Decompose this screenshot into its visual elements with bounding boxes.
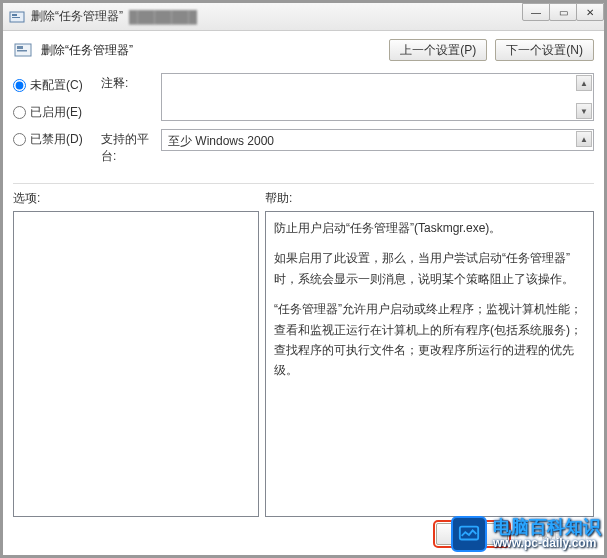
radio-disabled-label: 已禁用(D) bbox=[30, 131, 83, 148]
titlebar: 删除“任务管理器” ████████ — ▭ ✕ bbox=[3, 3, 604, 31]
pane-labels: 选项: 帮助: bbox=[13, 190, 594, 207]
platform-row: 支持的平台: 至少 Windows 2000 ▲ bbox=[101, 129, 594, 165]
platform-field: 至少 Windows 2000 ▲ bbox=[161, 129, 594, 151]
help-pane[interactable]: 防止用户启动“任务管理器”(Taskmgr.exe)。 如果启用了此设置，那么，… bbox=[265, 211, 594, 517]
comment-textarea[interactable]: ▲ ▼ bbox=[161, 73, 594, 121]
policy-icon bbox=[13, 40, 33, 60]
watermark-logo-icon bbox=[451, 516, 487, 552]
radio-disabled-input[interactable] bbox=[13, 133, 26, 146]
help-label: 帮助: bbox=[265, 190, 292, 207]
scroll-down-icon[interactable]: ▼ bbox=[576, 103, 592, 119]
radio-enabled[interactable]: 已启用(E) bbox=[13, 104, 93, 121]
radio-enabled-input[interactable] bbox=[13, 106, 26, 119]
window-controls: — ▭ ✕ bbox=[523, 3, 604, 23]
app-icon bbox=[9, 9, 25, 25]
options-pane[interactable] bbox=[13, 211, 259, 517]
divider bbox=[13, 183, 594, 184]
comment-label: 注释: bbox=[101, 73, 161, 92]
watermark-title: 电脑百科知识 bbox=[493, 518, 601, 538]
minimize-button[interactable]: — bbox=[522, 3, 550, 21]
window-title-extra: ████████ bbox=[129, 10, 197, 24]
svg-rect-1 bbox=[12, 14, 17, 16]
svg-rect-2 bbox=[12, 17, 20, 18]
platform-value: 至少 Windows 2000 bbox=[168, 134, 274, 148]
fields-column: 注释: ▲ ▼ 支持的平台: 至少 Windows 2000 ▲ bbox=[101, 73, 594, 173]
next-setting-button[interactable]: 下一个设置(N) bbox=[495, 39, 594, 61]
prev-setting-button[interactable]: 上一个设置(P) bbox=[389, 39, 487, 61]
maximize-button[interactable]: ▭ bbox=[549, 3, 577, 21]
svg-rect-4 bbox=[17, 46, 23, 49]
radio-disabled[interactable]: 已禁用(D) bbox=[13, 131, 93, 148]
svg-rect-5 bbox=[17, 50, 27, 52]
policy-title: 删除“任务管理器” bbox=[41, 42, 381, 59]
content-area: 删除“任务管理器” 上一个设置(P) 下一个设置(N) 未配置(C) 已启用(E… bbox=[3, 31, 604, 555]
radio-not-configured-input[interactable] bbox=[13, 79, 26, 92]
scroll-up-icon[interactable]: ▲ bbox=[576, 131, 592, 147]
close-button[interactable]: ✕ bbox=[576, 3, 604, 21]
help-paragraph: “任务管理器”允许用户启动或终止程序；监视计算机性能；查看和监视正运行在计算机上… bbox=[274, 299, 585, 381]
watermark: 电脑百科知识 www.pc-daily.com bbox=[451, 516, 601, 552]
help-paragraph: 防止用户启动“任务管理器”(Taskmgr.exe)。 bbox=[274, 218, 585, 238]
radio-not-configured-label: 未配置(C) bbox=[30, 77, 83, 94]
watermark-url: www.pc-daily.com bbox=[493, 537, 601, 550]
panes: 防止用户启动“任务管理器”(Taskmgr.exe)。 如果启用了此设置，那么，… bbox=[13, 211, 594, 517]
help-paragraph: 如果启用了此设置，那么，当用户尝试启动“任务管理器”时，系统会显示一则消息，说明… bbox=[274, 248, 585, 289]
platform-label: 支持的平台: bbox=[101, 129, 161, 165]
comment-row: 注释: ▲ ▼ bbox=[101, 73, 594, 121]
scroll-up-icon[interactable]: ▲ bbox=[576, 75, 592, 91]
header-row: 删除“任务管理器” 上一个设置(P) 下一个设置(N) bbox=[13, 39, 594, 61]
watermark-text: 电脑百科知识 www.pc-daily.com bbox=[493, 518, 601, 551]
window-title: 删除“任务管理器” bbox=[31, 8, 123, 25]
options-label: 选项: bbox=[13, 190, 265, 207]
config-area: 未配置(C) 已启用(E) 已禁用(D) 注释: ▲ ▼ bbox=[13, 73, 594, 173]
state-radio-group: 未配置(C) 已启用(E) 已禁用(D) bbox=[13, 73, 93, 173]
dialog-window: 删除“任务管理器” ████████ — ▭ ✕ 删除“任务管理器” 上一个设置… bbox=[0, 0, 607, 558]
radio-not-configured[interactable]: 未配置(C) bbox=[13, 77, 93, 94]
radio-enabled-label: 已启用(E) bbox=[30, 104, 82, 121]
